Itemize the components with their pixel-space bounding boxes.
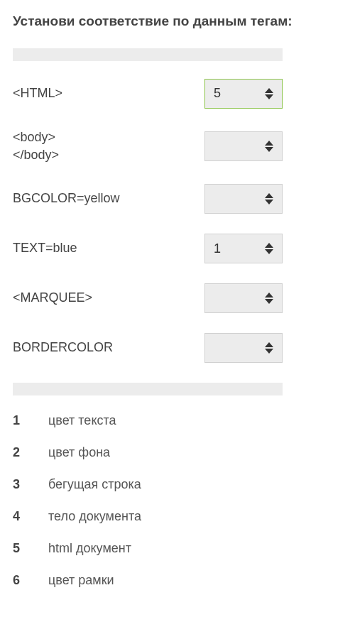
select-value: 1 xyxy=(214,241,221,256)
divider-bar xyxy=(13,383,283,395)
match-label-marquee: <MARQUEE> xyxy=(13,289,92,307)
answer-row: 5 html документ xyxy=(13,541,342,556)
select-arrows-icon xyxy=(265,141,273,152)
match-row: BORDERCOLOR xyxy=(13,333,283,363)
answer-num: 1 xyxy=(13,413,48,428)
answer-num: 4 xyxy=(13,509,48,524)
match-row: <HTML> 5 xyxy=(13,79,283,109)
match-label-html: <HTML> xyxy=(13,84,62,102)
match-row: <MARQUEE> xyxy=(13,283,283,313)
answer-num: 2 xyxy=(13,445,48,460)
answer-text: цвет текста xyxy=(48,413,116,428)
question-title: Установи соответствие по данным тегам: xyxy=(13,13,342,31)
answer-row: 4 тело документа xyxy=(13,509,342,524)
select-arrows-icon xyxy=(265,88,273,99)
match-row: <body> </body> xyxy=(13,129,283,164)
select-value: 5 xyxy=(214,86,221,101)
answer-text: тело документа xyxy=(48,509,141,524)
answer-text: цвет рамки xyxy=(48,573,114,588)
answer-text: бегущая строка xyxy=(48,477,141,492)
select-html[interactable]: 5 xyxy=(204,79,283,109)
answer-row: 1 цвет текста xyxy=(13,413,342,428)
answer-text: html документ xyxy=(48,541,131,556)
answer-row: 2 цвет фона xyxy=(13,445,342,460)
answer-text: цвет фона xyxy=(48,445,110,460)
match-label-body: <body> </body> xyxy=(13,129,59,164)
match-row: BGCOLOR=yellow xyxy=(13,184,283,214)
answer-row: 3 бегущая строка xyxy=(13,477,342,492)
select-arrows-icon xyxy=(265,193,273,204)
select-bordercolor[interactable] xyxy=(204,333,283,363)
select-arrows-icon xyxy=(265,293,273,304)
select-arrows-icon xyxy=(265,342,273,354)
select-bgcolor[interactable] xyxy=(204,184,283,214)
answer-num: 6 xyxy=(13,573,48,588)
answer-num: 5 xyxy=(13,541,48,556)
match-label-text: TEXT=blue xyxy=(13,239,77,257)
answer-num: 3 xyxy=(13,477,48,492)
divider-bar xyxy=(13,48,283,61)
select-text[interactable]: 1 xyxy=(204,234,283,263)
answers-section: 1 цвет текста 2 цвет фона 3 бегущая стро… xyxy=(13,413,342,588)
select-arrows-icon xyxy=(265,243,273,254)
match-row: TEXT=blue 1 xyxy=(13,234,283,263)
match-label-bgcolor: BGCOLOR=yellow xyxy=(13,190,120,207)
select-body[interactable] xyxy=(204,131,283,161)
select-marquee[interactable] xyxy=(204,283,283,313)
answer-row: 6 цвет рамки xyxy=(13,573,342,588)
match-label-bordercolor: BORDERCOLOR xyxy=(13,339,113,356)
